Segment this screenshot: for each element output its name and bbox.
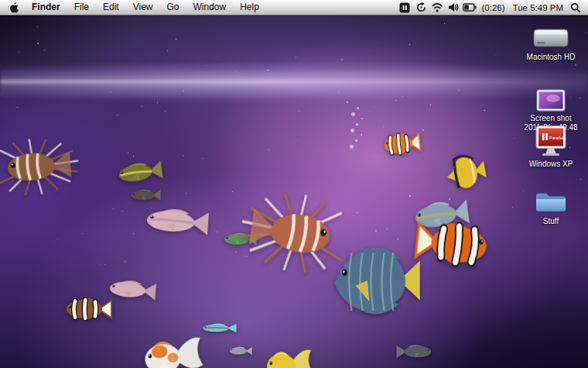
menu-item-finder[interactable]: Finder	[25, 2, 67, 12]
icon-label: Macintosh HD	[527, 53, 576, 62]
menu-bar-status: (0:26) Tue 5:49 PM	[397, 0, 588, 15]
fish-butterflyfish	[439, 147, 491, 196]
screenshot-file-icon	[536, 89, 566, 112]
wifi-icon[interactable]	[429, 0, 446, 15]
fish-goldfish-yellow	[258, 343, 313, 368]
fish-tiny-gray-fish	[227, 345, 252, 357]
menu-bar-left: FinderFileEditViewGoWindowHelp	[0, 0, 266, 15]
fish-goldfish-white	[134, 329, 205, 368]
apple-menu[interactable]	[6, 2, 25, 13]
aquarium-fish-layer	[0, 15, 588, 368]
menu-item-view[interactable]: View	[126, 2, 160, 12]
fish-angelfish	[322, 241, 421, 320]
menu-bar-clock[interactable]: Tue 5:49 PM	[509, 3, 567, 12]
menu-item-window[interactable]: Window	[186, 2, 234, 12]
icon-label: Stuff	[543, 217, 559, 226]
folder-icon	[533, 188, 569, 215]
icon-label: Windows XP	[529, 160, 573, 169]
battery-icon[interactable]	[462, 0, 478, 15]
volume-icon[interactable]	[446, 0, 462, 15]
fish-pink-fish	[140, 201, 210, 242]
fish-clownfish-large	[412, 211, 496, 277]
apple-icon	[10, 2, 19, 13]
fish-gray-fish	[396, 342, 435, 362]
desktop-icon-stuff[interactable]: Stuff	[521, 188, 580, 226]
desktop-wallpaper[interactable]: Macintosh HD Screen shot 2011-01...49.48…	[0, 15, 588, 368]
menu-item-edit[interactable]: Edit	[96, 2, 126, 12]
menu-bar: FinderFileEditViewGoWindowHelp (0:26) Tu…	[0, 0, 588, 15]
menu-item-help[interactable]: Help	[233, 2, 266, 12]
desktop-icon-macintosh-hd[interactable]: Macintosh HD	[521, 26, 580, 62]
parallels-vm-icon: Parallels	[533, 125, 569, 157]
menu-items: FinderFileEditViewGoWindowHelp	[25, 0, 266, 15]
fish-clownfish-small	[379, 127, 422, 160]
menu-item-file[interactable]: File	[67, 2, 96, 12]
menu-item-go[interactable]: Go	[160, 2, 186, 12]
desktop-screen: FinderFileEditViewGoWindowHelp (0:26) Tu…	[0, 0, 588, 368]
desktop-icon-windows-xp[interactable]: Parallels Windows XP	[521, 125, 580, 169]
spotlight-icon[interactable]	[567, 0, 583, 15]
parallels-status-icon[interactable]	[397, 0, 413, 15]
fish-neon-tetra	[200, 322, 237, 335]
parallels-screen-text: Parallels	[549, 136, 566, 140]
fish-clownfish-brown	[62, 294, 113, 325]
battery-time-remaining: (0:26)	[478, 3, 509, 12]
fish-lionfish	[0, 132, 82, 199]
hard-drive-icon	[532, 26, 569, 50]
time-machine-icon[interactable]	[413, 0, 429, 15]
fish-spotted-fish	[113, 156, 164, 190]
